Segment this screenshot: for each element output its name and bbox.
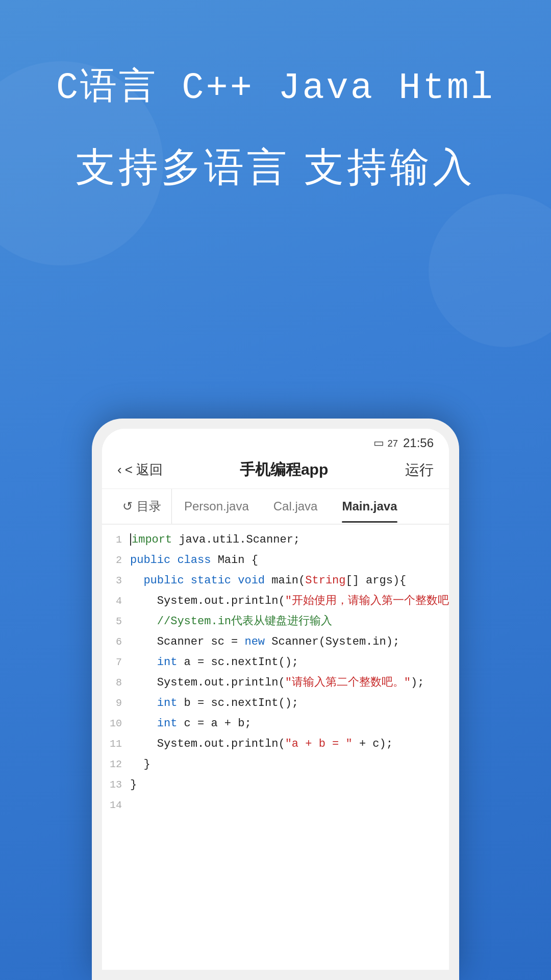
phone-inner: ▭ 27 21:56 ‹ < 返回 手机编程app 运行 ↺ 目录 Per [102,429,449,970]
directory-label: 目录 [137,498,161,514]
code-line-4: 4 System.out.println("开始使用，请输入第一个整数吧。"); [102,591,449,611]
hero-subtitle: 支持多语言 支持输入 [0,141,551,194]
app-title: 手机编程app [240,459,328,480]
code-line-8: 8 System.out.println("请输入第二个整数吧。"); [102,673,449,693]
run-button[interactable]: 运行 [405,460,434,480]
phone-mockup: ▭ 27 21:56 ‹ < 返回 手机编程app 运行 ↺ 目录 Per [92,419,459,980]
code-line-12: 12 } [102,754,449,775]
back-button[interactable]: ‹ < 返回 [117,461,163,479]
tabs-bar: ↺ 目录 Person.java Cal.java Main.java [102,489,449,525]
refresh-icon: ↺ [122,499,133,513]
battery-icon: ▭ 27 [373,436,398,450]
tab-person-java[interactable]: Person.java [172,490,261,523]
code-line-1: 1 import java.util.Scanner; [102,530,449,550]
back-arrow-icon: ‹ [117,462,122,478]
time-display: 21:56 [403,436,434,450]
code-line-13: 13 } [102,775,449,795]
code-line-3: 3 public static void main(String[] args)… [102,571,449,591]
phone-shell: ▭ 27 21:56 ‹ < 返回 手机编程app 运行 ↺ 目录 Per [92,419,459,980]
bg-decoration-2 [429,194,551,347]
status-bar: ▭ 27 21:56 [102,429,449,454]
code-line-9: 9 int b = sc.nextInt(); [102,693,449,714]
code-line-14: 14 [102,795,449,816]
code-editor[interactable]: 1 import java.util.Scanner; 2 public cla… [102,525,449,821]
tab-main-java[interactable]: Main.java [330,490,409,523]
code-line-10: 10 int c = a + b; [102,714,449,734]
tab-cal-java[interactable]: Cal.java [261,490,330,523]
code-line-7: 7 int a = sc.nextInt(); [102,652,449,673]
hero-title: C语言 C++ Java Html [0,61,551,110]
code-line-5: 5 //System.in代表从键盘进行输入 [102,611,449,632]
back-label: < 返回 [125,461,163,479]
code-line-2: 2 public class Main { [102,550,449,571]
hero-section: C语言 C++ Java Html 支持多语言 支持输入 [0,61,551,194]
code-line-11: 11 System.out.println("a + b = " + c); [102,734,449,754]
code-line-6: 6 Scanner sc = new Scanner(System.in); [102,632,449,652]
nav-bar: ‹ < 返回 手机编程app 运行 [102,454,449,489]
directory-tab[interactable]: ↺ 目录 [112,489,172,524]
